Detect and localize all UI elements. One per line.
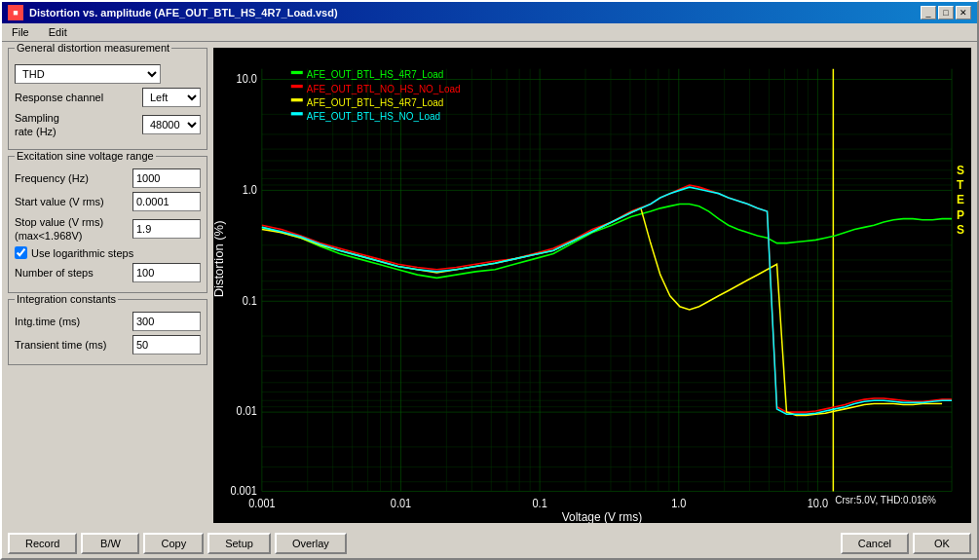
- title-bar: ■ Distortion vs. amplitude (AFE_OUT_BTL_…: [2, 2, 977, 23]
- svg-text:AFE_OUT_BTL_HS_4R7_Load: AFE_OUT_BTL_HS_4R7_Load: [307, 69, 444, 80]
- sampling-select[interactable]: 48000: [142, 115, 201, 134]
- svg-text:0.1: 0.1: [243, 294, 257, 306]
- log-steps-label: Use logarithmic steps: [31, 247, 133, 259]
- num-steps-label: Number of steps: [15, 267, 132, 279]
- general-group: General distortion measurement THD Respo…: [8, 48, 207, 150]
- svg-text:0.01: 0.01: [391, 497, 411, 508]
- measure-type-select[interactable]: THD: [15, 64, 161, 84]
- title-buttons: _ □ ✕: [921, 6, 971, 19]
- integration-group-title: Integration constants: [15, 293, 118, 305]
- svg-text:0.001: 0.001: [248, 497, 275, 508]
- chart-area: 10.0 1.0 0.1 0.01 0.001 Distortion (%) 0…: [213, 48, 971, 523]
- general-group-title: General distortion measurement: [15, 42, 171, 54]
- start-label: Start value (V rms): [15, 196, 132, 207]
- svg-rect-77: [291, 98, 303, 101]
- svg-text:1.0: 1.0: [671, 497, 686, 508]
- svg-text:AFE_OUT_BTL_HS_4R7_Load: AFE_OUT_BTL_HS_4R7_Load: [307, 96, 444, 107]
- integration-group: Integration constants Intg.time (ms) Tra…: [8, 299, 207, 365]
- svg-text:S: S: [957, 164, 964, 178]
- response-label: Response channel: [15, 92, 142, 103]
- svg-text:E: E: [957, 193, 964, 207]
- start-input[interactable]: [132, 192, 201, 211]
- transient-label: Transient time (ms): [15, 339, 132, 351]
- overlay-button[interactable]: Overlay: [275, 533, 347, 554]
- close-button[interactable]: ✕: [956, 6, 971, 19]
- svg-text:S: S: [957, 222, 964, 237]
- svg-text:Voltage (V rms): Voltage (V rms): [562, 509, 642, 523]
- record-button[interactable]: Record: [8, 533, 77, 554]
- app-icon: ■: [8, 5, 23, 20]
- setup-button[interactable]: Setup: [207, 533, 271, 554]
- svg-text:0.01: 0.01: [237, 405, 257, 417]
- intg-input[interactable]: [132, 312, 201, 331]
- log-steps-checkbox[interactable]: [15, 246, 27, 259]
- main-window: ■ Distortion vs. amplitude (AFE_OUT_BTL_…: [0, 0, 979, 560]
- excitation-group: Excitation sine voltage range Frequency …: [8, 156, 207, 294]
- svg-rect-75: [291, 85, 303, 88]
- svg-text:0.001: 0.001: [230, 484, 256, 496]
- window-title: Distortion vs. amplitude (AFE_OUT_BTL_HS…: [29, 7, 338, 19]
- menu-edit[interactable]: Edit: [43, 25, 73, 39]
- svg-text:P: P: [957, 207, 964, 222]
- menu-file[interactable]: File: [6, 25, 35, 39]
- excitation-group-title: Excitation sine voltage range: [15, 150, 156, 162]
- copy-button[interactable]: Copy: [143, 533, 204, 554]
- svg-text:Distortion (%): Distortion (%): [213, 220, 226, 297]
- chart-svg: 10.0 1.0 0.1 0.01 0.001 Distortion (%) 0…: [213, 48, 971, 523]
- minimize-button[interactable]: _: [921, 6, 936, 19]
- svg-text:AFE_OUT_BTL_NO_HS_NO_Load: AFE_OUT_BTL_NO_HS_NO_Load: [307, 83, 461, 93]
- svg-text:AFE_OUT_BTL_HS_NO_Load: AFE_OUT_BTL_HS_NO_Load: [307, 110, 441, 121]
- svg-text:0.1: 0.1: [533, 497, 547, 508]
- svg-text:T: T: [957, 178, 964, 193]
- left-panel: General distortion measurement THD Respo…: [8, 48, 207, 523]
- sampling-label: Samplingrate (Hz): [15, 111, 142, 139]
- bottom-right-buttons: Cancel OK: [841, 533, 971, 554]
- response-select[interactable]: Left: [142, 88, 201, 107]
- svg-rect-79: [291, 112, 303, 115]
- bw-button[interactable]: B/W: [81, 533, 139, 554]
- maximize-button[interactable]: □: [938, 6, 954, 19]
- menu-bar: File Edit: [2, 23, 977, 42]
- frequency-input[interactable]: [132, 168, 201, 188]
- svg-text:Crsr:5.0V, THD:0.016%: Crsr:5.0V, THD:0.016%: [835, 495, 936, 505]
- stop-input[interactable]: [132, 219, 201, 239]
- stop-label: Stop value (V rms)(max<1.968V): [15, 215, 132, 243]
- svg-text:10.0: 10.0: [808, 497, 828, 508]
- svg-text:1.0: 1.0: [243, 183, 257, 195]
- ok-button[interactable]: OK: [913, 533, 971, 554]
- svg-text:10.0: 10.0: [237, 72, 257, 84]
- frequency-label: Frequency (Hz): [15, 172, 132, 184]
- transient-input[interactable]: [132, 335, 201, 355]
- content-area: General distortion measurement THD Respo…: [2, 42, 977, 529]
- num-steps-input[interactable]: [132, 263, 201, 282]
- svg-rect-73: [291, 71, 303, 74]
- cancel-button[interactable]: Cancel: [841, 533, 909, 554]
- intg-label: Intg.time (ms): [15, 316, 132, 327]
- bottom-left-buttons: Record B/W Copy Setup Overlay: [8, 533, 347, 554]
- bottom-bar: Record B/W Copy Setup Overlay Cancel OK: [2, 529, 977, 558]
